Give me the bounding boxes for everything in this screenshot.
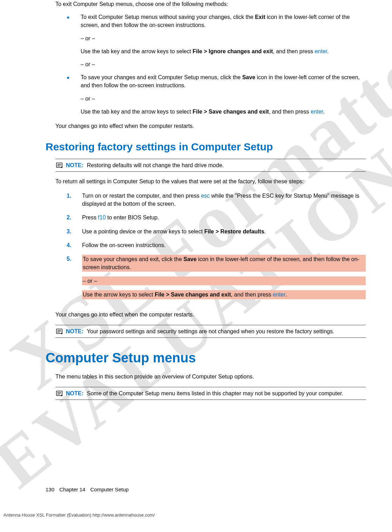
step-number: 1. [67, 192, 71, 200]
exit-without-save-p2: Use the tab key and the arrow keys to se… [81, 47, 366, 55]
exit-methods-list: To exit Computer Setup menus without sav… [67, 13, 366, 116]
step-number: 5. [67, 255, 71, 263]
step-number: 2. [67, 213, 71, 221]
note-icon [55, 162, 64, 169]
evaluation-footer: Antenna House XSL Formatter (Evaluation)… [4, 512, 155, 519]
note-content: NOTE:Restoring defaults will not change … [66, 161, 366, 169]
or-separator: – or – [81, 60, 366, 68]
step-2: 2. Press f10 to enter BIOS Setup. [67, 213, 366, 221]
note-content: NOTE:Your password settings and security… [66, 327, 366, 335]
exit-with-save-item: To save your changes and exit Computer S… [67, 73, 366, 116]
restore-steps: 1. Turn on or restart the computer, and … [67, 192, 366, 304]
footer-chapter: Chapter 14 [59, 486, 85, 492]
restoring-heading: Restoring factory settings in Computer S… [46, 139, 366, 155]
step-number: 3. [67, 227, 71, 236]
note-text: Restoring defaults will not change the h… [87, 162, 224, 168]
exit-with-save-p2: Use the tab key and the arrow keys to se… [81, 108, 366, 116]
note-text: Your password settings and security sett… [87, 328, 334, 334]
note-label: NOTE: [66, 390, 83, 396]
footer-title: Computer Setup [90, 486, 129, 492]
page-number: 130 [46, 486, 54, 492]
page-footer: 130 Chapter 14 Computer Setup [46, 486, 129, 493]
note-label: NOTE: [66, 328, 83, 334]
changes-effect-text-2: Your changes go into effect when the com… [55, 311, 366, 319]
or-separator: – or – [81, 95, 366, 103]
note-unsupported-items: NOTE:Some of the Computer Setup menu ite… [55, 387, 366, 400]
changes-effect-text: Your changes go into effect when the com… [55, 122, 366, 130]
note-password-settings: NOTE:Your password settings and security… [55, 325, 366, 338]
exit-without-save-item: To exit Computer Setup menus without sav… [67, 13, 366, 68]
step-4: 4. Follow the on-screen instructions. [67, 241, 366, 249]
exit-intro: To exit Computer Setup menus, choose one… [55, 0, 366, 8]
or-separator: – or – [82, 277, 366, 285]
restore-intro: To return all settings in Computer Setup… [55, 177, 366, 185]
note-label: NOTE: [66, 162, 83, 168]
step-5-highlighted: 5. To save your changes and exit, click … [67, 255, 366, 304]
note-icon [55, 390, 64, 397]
menus-heading: Computer Setup menus [46, 348, 366, 368]
step-3: 3. Use a pointing device or the arrow ke… [67, 227, 366, 236]
note-hard-drive-mode: NOTE:Restoring defaults will not change … [55, 159, 366, 172]
exit-without-save-p1: To exit Computer Setup menus without sav… [81, 13, 366, 29]
exit-with-save-p1: To save your changes and exit Computer S… [81, 73, 366, 89]
menus-intro: The menu tables in this section provide … [55, 373, 366, 381]
step-1: 1. Turn on or restart the computer, and … [67, 192, 366, 208]
or-separator: – or – [81, 34, 366, 42]
note-text: Some of the Computer Setup menu items li… [87, 390, 343, 396]
note-icon [55, 328, 64, 335]
note-content: NOTE:Some of the Computer Setup menu ite… [66, 389, 366, 397]
page-content: To exit Computer Setup menus, choose one… [0, 0, 392, 400]
step-number: 4. [67, 241, 71, 249]
